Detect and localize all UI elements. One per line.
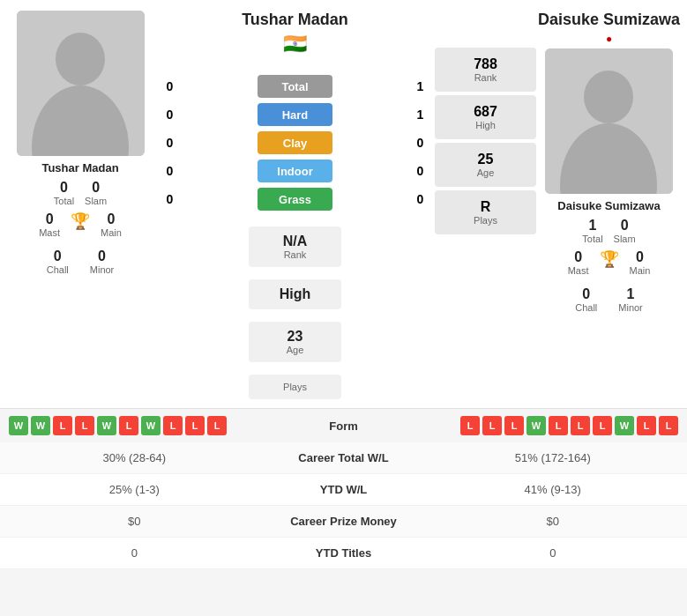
- hard-row: 0 Hard 1: [159, 103, 431, 126]
- form-pill: L: [659, 416, 678, 435]
- right-main: 0 Main: [630, 249, 651, 281]
- total-btn[interactable]: Total: [258, 75, 332, 98]
- total-btn-wrap: Total: [181, 75, 409, 98]
- right-plays-box: R Plays: [435, 190, 536, 234]
- right-stats-row2: 0 Mast 🏆 0 Main: [568, 249, 651, 281]
- left-avatar: [17, 11, 145, 156]
- form-pill: L: [549, 416, 568, 435]
- form-pill: L: [593, 416, 612, 435]
- total-right-score: 1: [409, 79, 431, 93]
- left-plays-box: Plays: [249, 375, 341, 399]
- left-chall: 0 Chall: [47, 249, 69, 275]
- form-pill: L: [571, 416, 590, 435]
- right-stats-row1: 1 Total 0 Slam: [582, 218, 635, 244]
- left-slam: 0 Slam: [85, 180, 107, 206]
- hard-left-score: 0: [159, 108, 181, 122]
- stats-right-val: $0: [432, 515, 675, 528]
- form-pill: L: [504, 416, 524, 435]
- grass-right-score: 0: [409, 192, 431, 206]
- stats-label: YTD W/L: [256, 483, 432, 496]
- right-chall: 0 Chall: [575, 286, 597, 313]
- form-section: WWLLWLWLLL Form LLLWLLLWLL: [0, 408, 687, 442]
- center-col: Tushar Madan 🇮🇳 0 Total 1 0 Hard 1: [155, 11, 435, 399]
- indoor-right-score: 0: [409, 164, 431, 178]
- left-stats-row3: 0 Chall 0 Minor: [47, 249, 115, 275]
- grass-btn-wrap: Grass: [181, 188, 409, 211]
- total-left-score: 0: [159, 79, 181, 93]
- right-high-box: 687 High: [435, 95, 536, 139]
- right-name-top: Daisuke Sumizawa: [538, 11, 680, 29]
- form-pill: W: [31, 416, 50, 435]
- left-age-box: 23 Age: [249, 322, 341, 362]
- right-rank-box: 788 Rank: [435, 48, 536, 92]
- stats-label: Career Prize Money: [256, 515, 432, 528]
- right-slam: 0 Slam: [614, 218, 636, 244]
- indoor-btn[interactable]: Indoor: [258, 160, 332, 182]
- form-pill: W: [9, 416, 28, 435]
- stats-right-val: 0: [432, 546, 675, 560]
- grass-btn[interactable]: Grass: [258, 188, 332, 211]
- right-mast: 0 Mast: [568, 249, 589, 281]
- left-rank-box: N/A Rank: [249, 226, 341, 267]
- left-stats-row1: 0 Total 0 Slam: [54, 180, 107, 206]
- player-section: Tushar Madan 0 Total 0 Slam 0 Mast 🏆: [0, 0, 687, 404]
- grass-left-score: 0: [159, 192, 181, 206]
- left-stats-row2: 0 Mast 🏆 0 Main: [39, 212, 122, 243]
- left-main: 0 Main: [101, 212, 122, 243]
- hard-btn[interactable]: Hard: [258, 103, 332, 126]
- right-avatar: [545, 48, 673, 194]
- svg-point-1: [56, 33, 105, 85]
- form-pill: L: [482, 416, 502, 435]
- stats-left-val: 25% (1-3): [13, 483, 256, 496]
- hard-right-score: 1: [409, 108, 431, 122]
- form-pill: L: [119, 416, 138, 435]
- stats-row: $0 Career Prize Money $0: [0, 506, 687, 538]
- left-high-box: High: [249, 279, 341, 309]
- stats-right-val: 41% (9-13): [432, 483, 675, 496]
- right-stats-panel: 788 Rank 687 High 25 Age R Plays: [435, 48, 536, 234]
- left-minor: 0 Minor: [90, 249, 115, 275]
- form-pill: L: [207, 416, 227, 435]
- left-player-name: Tushar Madan: [41, 161, 118, 174]
- left-flag: 🇮🇳: [283, 33, 307, 56]
- stats-row: 25% (1-3) YTD W/L 41% (9-13): [0, 474, 687, 506]
- hard-btn-wrap: Hard: [181, 103, 409, 126]
- right-stats-row3: 0 Chall 1 Minor: [575, 286, 643, 313]
- left-trophy-icon: 🏆: [71, 212, 90, 231]
- form-pill: W: [97, 416, 116, 435]
- right-minor: 1 Minor: [618, 286, 643, 313]
- form-label: Form: [300, 419, 388, 433]
- stats-row: 0 YTD Titles 0: [0, 538, 687, 569]
- main-container: Tushar Madan 0 Total 0 Slam 0 Mast 🏆: [0, 0, 687, 569]
- indoor-row: 0 Indoor 0: [159, 160, 431, 182]
- stats-label: YTD Titles: [256, 546, 432, 560]
- left-name-center: Tushar Madan: [242, 11, 348, 29]
- left-mast: 0 Mast: [39, 212, 60, 243]
- right-total: 1 Total: [582, 218, 602, 244]
- stats-left-val: 30% (28-64): [13, 451, 256, 464]
- right-player-name: Daisuke Sumizawa: [557, 199, 660, 212]
- form-pill: L: [163, 416, 183, 435]
- form-pill: L: [53, 416, 72, 435]
- right-age-box: 25 Age: [435, 143, 536, 187]
- surface-section: 0 Total 1 0 Hard 1 0 Clay: [159, 68, 431, 211]
- clay-left-score: 0: [159, 136, 181, 150]
- svg-point-4: [584, 71, 633, 123]
- form-pill: L: [185, 416, 205, 435]
- left-total: 0 Total: [54, 180, 74, 206]
- stats-table: 30% (28-64) Career Total W/L 51% (172-16…: [0, 442, 687, 569]
- form-pill: L: [460, 416, 480, 435]
- player-left: Tushar Madan 0 Total 0 Slam 0 Mast 🏆: [5, 11, 155, 275]
- player-right: Daisuke Sumizawa ● Daisuke Sumizawa 1 To…: [536, 11, 682, 313]
- clay-btn-wrap: Clay: [181, 131, 409, 154]
- right-form-pills: LLLWLLLWLL: [388, 416, 679, 435]
- clay-btn[interactable]: Clay: [258, 131, 332, 154]
- stats-right-val: 51% (172-164): [432, 451, 675, 464]
- total-row: 0 Total 1: [159, 75, 431, 98]
- form-pill: W: [141, 416, 161, 435]
- left-center-stats: N/A Rank High 23 Age Plays: [159, 219, 431, 399]
- stats-row: 30% (28-64) Career Total W/L 51% (172-16…: [0, 442, 687, 474]
- form-pill: L: [75, 416, 94, 435]
- stats-label: Career Total W/L: [256, 451, 432, 464]
- indoor-left-score: 0: [159, 164, 181, 178]
